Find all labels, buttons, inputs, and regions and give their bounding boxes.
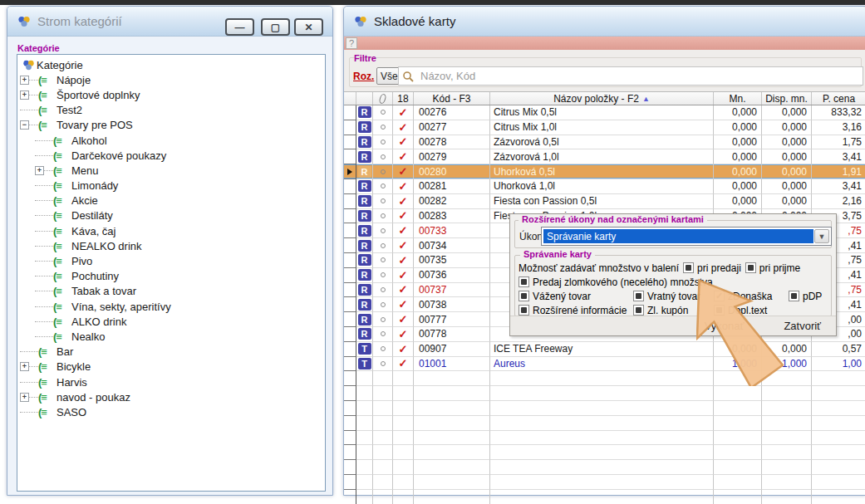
tree-item-harvis[interactable]: (≡Harvis [17, 374, 325, 389]
empty-cell [812, 386, 865, 401]
option-pdp[interactable]: pDP [789, 291, 822, 302]
tree-item-n-poje[interactable]: +(≡Nápoje [17, 72, 325, 87]
collapse-icon[interactable]: − [20, 120, 29, 130]
empty-table-row [344, 445, 865, 460]
header-code[interactable]: Kód - F3 [414, 92, 490, 105]
tree-item-pivo[interactable]: (≡Pivo [17, 253, 325, 268]
tree-item-pochutiny[interactable]: (≡Pochutiny [17, 269, 325, 284]
option-roz-ren-inform-cie[interactable]: Rozšírené informácie [519, 305, 629, 316]
header-disp[interactable]: Disp. mn. [762, 92, 812, 105]
combobox-dropdown-button[interactable]: ▼ [814, 229, 829, 243]
empty-cell [762, 416, 812, 431]
maximize-button[interactable]: ▢ [261, 18, 290, 36]
tree-item-alko-drink[interactable]: (≡ALKO drink [17, 314, 325, 329]
tree-connector [35, 276, 53, 276]
tree-item--portov-doplnky[interactable]: +(≡Športové doplnky [17, 87, 325, 102]
record-marker-icon [381, 139, 386, 144]
header-qty[interactable]: Mn. [714, 92, 762, 105]
tree-item-nealko-drink[interactable]: (≡NEALKO drink [17, 238, 325, 253]
expand-icon[interactable]: + [20, 393, 29, 402]
tree-item-kateg-rie[interactable]: Kategórie [17, 57, 325, 72]
record-marker-icon [381, 183, 386, 188]
price-cell: 833,32 [812, 105, 865, 120]
expand-icon[interactable]: + [35, 166, 44, 175]
option-v-en-tovar[interactable]: Vážený tovar [519, 291, 629, 302]
tree-item-dar-ekov-poukazy[interactable]: (≡Darčekové poukazy [17, 148, 325, 163]
close-button[interactable]: ✕ [294, 18, 323, 36]
minimize-button[interactable]: — [225, 18, 254, 36]
type-badge: R [358, 210, 371, 222]
header-attachment[interactable] [373, 92, 393, 105]
filter-group-label: Filtre [354, 53, 376, 63]
table-row[interactable]: R✓00277Citrus Mix 1,0l0,0000,0003,16 [344, 120, 865, 135]
header-price[interactable]: P. cena [812, 92, 865, 105]
code-cell: 00276 [414, 105, 490, 120]
tree-item-limon-dy[interactable]: (≡Limonády [17, 179, 325, 193]
category-icon: (≡ [38, 406, 55, 418]
row-selector-cell [344, 357, 356, 372]
header-count[interactable]: 18 [393, 92, 414, 105]
table-row[interactable]: R✓00276Citrus Mix 0,5l0,0000,000833,32 [344, 105, 865, 120]
expand-icon[interactable]: + [20, 76, 29, 85]
search-input[interactable] [419, 69, 863, 83]
tree-item-nealko[interactable]: (≡Nealko [17, 329, 325, 344]
row-selector-cell [344, 253, 356, 268]
table-header-row[interactable]: 18 Kód - F3 Názov položky - F2 ▲ Mn. Dis… [344, 92, 865, 105]
table-row[interactable]: T✓01001Aureus1,0001,0001,00 [344, 357, 865, 372]
tree-item-k-va-aj[interactable]: (≡Káva, čaj [17, 223, 325, 238]
tree-item-bar[interactable]: (≡Bar [17, 345, 325, 360]
checkbox-filled-icon[interactable] [519, 291, 529, 301]
tree-item-destil-ty[interactable]: (≡Destiláty [17, 208, 325, 223]
checkbox-filled-icon[interactable] [633, 291, 644, 301]
empty-cell [762, 401, 812, 416]
checkbox-filled-icon[interactable] [683, 262, 694, 273]
tree-item-bicykle[interactable]: +(≡Bicykle [17, 360, 325, 374]
action-combobox[interactable]: Správanie karty ▼ [541, 227, 832, 246]
right-titlebar[interactable]: Skladové karty [344, 7, 865, 37]
price-cell: 3,41 [812, 149, 865, 164]
checkbox-filled-icon[interactable] [789, 291, 799, 301]
empty-cell [344, 475, 356, 490]
table-row[interactable]: R✓00281Uhorková 1,0l0,0000,0003,41 [344, 179, 865, 194]
tree-item-v-na-sekty-aperit-vy[interactable]: (≡Vína, sekty, aperitívy [17, 299, 325, 314]
expand-icon[interactable]: + [20, 91, 29, 100]
checkbox-filled-icon[interactable] [519, 276, 529, 287]
empty-cell [356, 386, 373, 401]
table-row[interactable]: R✓00280Uhorková 0,5l0,0000,0001,91 [344, 164, 865, 179]
left-titlebar[interactable]: Strom kategórií — ▢ ✕ [7, 7, 332, 37]
close-dialog-button[interactable]: Zatvoriť [784, 320, 821, 332]
window-strom-kategorii: Strom kategórií — ▢ ✕ Kategórie Kategóri… [7, 6, 333, 496]
tree-connector [35, 291, 53, 291]
tree-connector [29, 397, 38, 398]
tree-item-menu[interactable]: +(≡Menu [17, 163, 325, 178]
empty-cell [393, 401, 414, 416]
empty-cell [414, 460, 490, 475]
code-cell: 00282 [414, 194, 490, 209]
empty-cell [344, 416, 356, 431]
tree-item-akcie[interactable]: (≡Akcie [17, 193, 325, 208]
empty-cell [414, 386, 490, 401]
header-name[interactable]: Názov položky - F2 ▲ [490, 92, 714, 105]
option-predaj-zlomkov-ho-necel-ho-mno-stva[interactable]: Predaj zlomkového (necelého) množstva [519, 276, 713, 288]
category-icon: (≡ [38, 360, 55, 373]
tree-item-label: Kategórie [37, 59, 83, 71]
tree-item-tabak-a-tovar[interactable]: (≡Tabak a tovar [17, 284, 325, 299]
tree-item-test2[interactable]: (≡Test2 [17, 103, 325, 118]
checkbox-filled-icon[interactable] [633, 305, 644, 316]
type-badge: R [358, 166, 371, 178]
table-row[interactable]: R✓00282Fiesta con Passion 0,5l0,0000,000… [344, 194, 865, 209]
roz-link[interactable]: Roz. [353, 71, 374, 82]
checkbox-filled-icon[interactable] [519, 305, 529, 316]
table-row[interactable]: R✓00279Zázvorová 1,0l0,0000,0003,41 [344, 149, 865, 164]
type-badge: R [358, 314, 371, 325]
table-row[interactable]: R✓00278Zázvorová 0,5l0,0000,0001,75 [344, 135, 865, 150]
table-row[interactable]: T✓00907ICE TEA Freeway0,0000,0000,57 [344, 342, 865, 357]
tree-item-navod-poukaz[interactable]: +(≡navod - poukaz [17, 389, 325, 404]
help-button[interactable]: ? [346, 37, 357, 49]
record-marker-cell [373, 105, 393, 120]
tree-item-tovary-pre-pos[interactable]: −(≡Tovary pre POS [17, 118, 325, 133]
tree-item-label: Limonády [71, 179, 118, 192]
tree-item-alkohol[interactable]: (≡Alkohol [17, 133, 325, 148]
expand-icon[interactable]: + [20, 362, 29, 371]
tree-item-saso[interactable]: (≡SASO [17, 404, 325, 419]
